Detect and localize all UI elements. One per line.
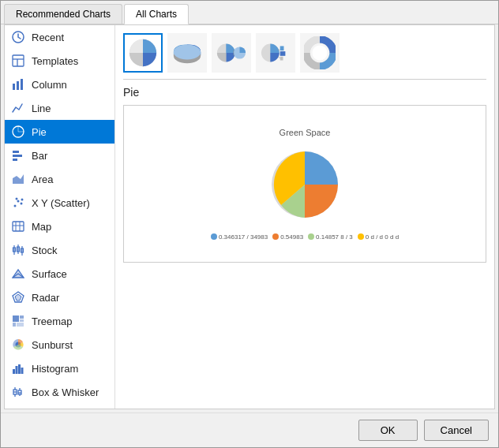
legend-item-4: 0 d / d 0 d d [358, 233, 399, 241]
sidebar-item-bar[interactable]: Bar [5, 144, 114, 167]
bar-icon [11, 148, 25, 162]
stock-icon [11, 243, 25, 257]
svg-rect-61 [280, 46, 284, 50]
svg-point-56 [174, 45, 201, 60]
pie-of-pie-svg [216, 36, 247, 69]
surface-icon [11, 267, 25, 281]
sidebar-item-column[interactable]: Column [5, 73, 114, 96]
legend-item-1: 0.346317 / 34983 [211, 233, 268, 241]
sidebar-label-pie: Pie [32, 126, 47, 138]
scatter-icon [11, 196, 25, 210]
sidebar-item-sunburst[interactable]: Sunburst [5, 333, 114, 357]
pie-standard-svg [127, 36, 159, 69]
content-area: Recent Templates Column [4, 24, 495, 409]
svg-rect-10 [13, 159, 17, 161]
chart-icon-pie-of-pie[interactable] [212, 33, 251, 73]
svg-rect-17 [13, 222, 24, 231]
footer: OK Cancel [1, 413, 498, 447]
sidebar-label-box-whisker: Box & Whisker [32, 386, 99, 398]
svg-rect-5 [17, 81, 19, 90]
sidebar-item-treemap[interactable]: Treemap [5, 309, 114, 333]
legend-label-2: 0.54983 [280, 233, 303, 241]
sidebar-label-sunburst: Sunburst [32, 339, 73, 351]
legend-dot-3 [308, 233, 314, 240]
svg-rect-1 [13, 55, 24, 66]
sidebar-item-recent[interactable]: Recent [5, 25, 114, 49]
column-icon [11, 77, 25, 91]
svg-rect-30 [17, 323, 24, 327]
sidebar-label-map: Map [32, 221, 51, 233]
legend-area: 0.346317 / 34983 0.54983 0.14857 8 / 3 0… [211, 233, 399, 241]
sidebar-item-waterfall[interactable]: Waterfall [5, 404, 114, 409]
preview-title: Green Space [280, 128, 331, 137]
svg-point-13 [17, 200, 20, 203]
svg-rect-28 [20, 319, 24, 322]
svg-rect-9 [13, 155, 22, 157]
chart-type-icons-row [123, 33, 486, 73]
svg-rect-33 [16, 366, 18, 374]
sidebar-item-line[interactable]: Line [5, 96, 114, 120]
sidebar-item-area[interactable]: Area [5, 167, 114, 191]
svg-rect-32 [13, 369, 15, 374]
sidebar: Recent Templates Column [5, 25, 115, 409]
svg-rect-27 [20, 315, 24, 319]
treemap-icon [11, 314, 25, 328]
legend-label-4: 0 d / d 0 d d [366, 233, 399, 241]
svg-point-12 [14, 205, 17, 207]
legend-dot-1 [211, 233, 217, 240]
sidebar-label-surface: Surface [32, 268, 67, 280]
sidebar-label-histogram: Histogram [32, 363, 78, 375]
legend-item-2: 0.54983 [272, 233, 303, 241]
cancel-button[interactable]: Cancel [424, 420, 489, 441]
legend-item-3: 0.14857 8 / 3 [308, 233, 353, 241]
svg-line-65 [278, 57, 280, 58]
sidebar-label-treemap: Treemap [32, 315, 73, 327]
map-icon [11, 219, 25, 233]
pie-icon [11, 125, 25, 139]
sidebar-item-pie[interactable]: Pie [5, 120, 114, 144]
chart-icon-bar-of-pie[interactable] [256, 33, 295, 73]
histogram-icon [11, 361, 25, 375]
sidebar-label-column: Column [32, 79, 67, 91]
svg-rect-62 [280, 51, 286, 56]
line-icon [11, 101, 25, 115]
divider [123, 79, 486, 80]
svg-rect-26 [13, 315, 19, 322]
ok-button[interactable]: OK [358, 420, 418, 441]
sidebar-item-templates[interactable]: Templates [5, 49, 114, 73]
box-whisker-icon [11, 385, 25, 399]
chart-icon-pie-standard[interactable] [123, 33, 163, 73]
chart-preview: Green Space 0.346317 / 3498 [123, 105, 486, 263]
insert-chart-dialog: Recommended Charts All Charts Recent [0, 0, 499, 448]
sidebar-label-xy-scatter: X Y (Scatter) [32, 197, 90, 209]
legend-dot-2 [272, 233, 279, 240]
main-panel: Pie Green Space [115, 25, 494, 409]
radar-icon [11, 290, 25, 304]
sidebar-label-radar: Radar [32, 292, 59, 304]
sidebar-label-templates: Templates [32, 55, 78, 67]
svg-rect-8 [13, 151, 19, 153]
legend-label-3: 0.14857 8 / 3 [316, 233, 353, 241]
tabs-row: Recommended Charts All Charts [1, 1, 498, 24]
area-icon [11, 172, 25, 186]
sidebar-item-radar[interactable]: Radar [5, 286, 114, 309]
svg-rect-63 [280, 57, 283, 61]
preview-pie-svg [238, 144, 372, 230]
chart-icon-pie-3d[interactable] [167, 33, 207, 73]
tab-all-charts[interactable]: All Charts [124, 4, 189, 24]
svg-rect-35 [21, 368, 24, 374]
sidebar-label-bar: Bar [32, 150, 47, 162]
tab-recommended-charts[interactable]: Recommended Charts [4, 4, 122, 24]
sidebar-item-map[interactable]: Map [5, 215, 114, 238]
sidebar-label-line: Line [32, 103, 51, 114]
svg-rect-6 [21, 79, 23, 90]
svg-point-16 [21, 199, 24, 201]
sidebar-item-box-whisker[interactable]: Box & Whisker [5, 380, 114, 404]
sidebar-item-surface[interactable]: Surface [5, 262, 114, 286]
pie-3d-svg [171, 36, 203, 69]
sidebar-item-xy-scatter[interactable]: X Y (Scatter) [5, 191, 114, 215]
sidebar-item-stock[interactable]: Stock [5, 238, 114, 262]
chart-icon-doughnut[interactable] [300, 33, 340, 73]
sidebar-item-histogram[interactable]: Histogram [5, 357, 114, 380]
svg-rect-29 [13, 323, 16, 327]
